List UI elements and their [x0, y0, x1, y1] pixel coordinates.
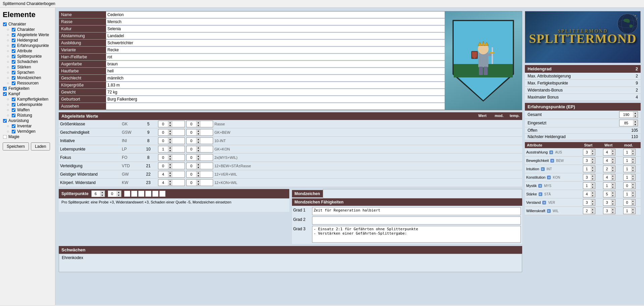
attr-wert-spin[interactable]: ▲▼	[603, 191, 615, 197]
sidebar-item-waffen[interactable]: ○ Waffen	[7, 108, 52, 112]
load-button[interactable]: Laden	[31, 142, 50, 150]
mondzeichen-grad1-input[interactable]: Zeit für Regeneration halbiert	[312, 207, 521, 215]
attr-mod-spin[interactable]: ▲▼	[623, 182, 636, 189]
sidebar-item-ep[interactable]: ○ Erfahrungspunkte	[7, 43, 52, 48]
derived-temp-spin[interactable]: ▲▼	[186, 121, 213, 127]
sidebar-check-heldengrad[interactable]	[12, 38, 16, 42]
derived-temp-spin[interactable]: ▲▼	[186, 179, 213, 186]
splitterpunkte-up[interactable]: ▲	[100, 191, 105, 194]
attr-mod-spin[interactable]: ▲▼	[623, 174, 636, 181]
attr-wert-spin[interactable]: ▲▼	[603, 199, 615, 206]
char-field-value[interactable]	[106, 54, 445, 60]
attr-start-spin[interactable]: ▲▼	[583, 182, 595, 189]
char-field-input[interactable]	[107, 12, 443, 17]
splitterpunkte-used-down[interactable]: ▼	[116, 194, 121, 197]
attr-info-icon[interactable]: ⊞	[539, 192, 542, 196]
sidebar-item-ressourcen[interactable]: ○ Ressourcen	[7, 81, 52, 85]
char-field-input[interactable]	[107, 55, 443, 59]
sidebar-check-charakter-sub[interactable]	[12, 27, 16, 32]
attr-mod-spin[interactable]: ▲▼	[623, 207, 636, 214]
sp-box-4[interactable]	[145, 191, 151, 197]
char-field-input[interactable]	[107, 34, 443, 38]
sidebar-check-charakter[interactable]	[3, 22, 7, 26]
attr-wert-spin[interactable]: ▲▼	[603, 174, 615, 181]
char-field-input[interactable]	[107, 62, 443, 66]
char-field-input[interactable]	[107, 90, 443, 95]
sidebar-item-rustung[interactable]: ○ Rüstung	[7, 113, 52, 118]
attr-wert-spin[interactable]: ▲▼	[603, 149, 615, 156]
attr-start-spin[interactable]: ▲▼	[583, 166, 595, 172]
char-field-value[interactable]	[106, 33, 445, 39]
sidebar-item-charakter-sub[interactable]: ○ Charakter	[7, 27, 52, 32]
sidebar-item-fertigkeiten[interactable]: Fertigkeiten	[3, 86, 52, 91]
sp-box-1[interactable]	[124, 191, 130, 197]
attr-start-spin[interactable]: ▲▼	[583, 157, 595, 164]
char-field-value[interactable]	[106, 75, 445, 81]
sidebar-check-vermogen[interactable]	[12, 129, 16, 133]
char-field-value[interactable]	[106, 19, 445, 25]
splitterpunkte-down[interactable]: ▼	[100, 194, 105, 197]
sidebar-item-mondzeichen[interactable]: ○ Mondzeichen	[7, 75, 52, 80]
mondzeichen-grad2-input[interactable]	[312, 217, 521, 225]
sidebar-item-sprachen[interactable]: ○ Sprachen	[7, 70, 52, 75]
derived-temp-spin[interactable]: ▲▼	[186, 163, 213, 169]
sidebar-check-ausrustung[interactable]	[3, 119, 7, 123]
derived-temp-spin[interactable]: ▲▼	[186, 137, 213, 144]
attr-info-icon[interactable]: ⊞	[541, 167, 545, 171]
sidebar-item-lebenspunkte[interactable]: ○ Lebenspunkte	[7, 102, 52, 107]
attr-start-spin[interactable]: ▲▼	[583, 191, 595, 197]
sidebar-item-attribute[interactable]: ○ Attribute	[7, 49, 52, 53]
sidebar-item-inventar[interactable]: ○ Inventar	[7, 124, 52, 128]
derived-mod-spin[interactable]: ▲▼	[158, 121, 185, 127]
sidebar-item-magie[interactable]: Magie	[3, 134, 52, 139]
char-field-value[interactable]	[106, 26, 445, 32]
attr-start-spin[interactable]: ▲▼	[583, 207, 595, 214]
sidebar-check-abgeleitete[interactable]	[12, 33, 16, 37]
mondzeichen-grad3-input[interactable]: - Einsatz 2:1 für Gefährten ohne Splitte…	[312, 226, 521, 243]
attr-wert-spin[interactable]: ▲▼	[603, 207, 615, 214]
attr-info-icon[interactable]: ⊞	[547, 209, 551, 213]
char-field-value[interactable]	[106, 89, 445, 95]
sidebar-check-attribute[interactable]	[12, 49, 16, 53]
derived-temp-spin[interactable]: ▲▼	[186, 171, 213, 178]
sidebar-item-charakter[interactable]: Charakter	[3, 22, 52, 26]
derived-mod-spin[interactable]: ▲▼	[158, 129, 185, 136]
derived-mod-spin[interactable]: ▲▼	[158, 137, 185, 144]
attr-mod-spin[interactable]: ▲▼	[623, 199, 636, 206]
char-field-value[interactable]	[106, 61, 445, 67]
derived-temp-spin[interactable]: ▲▼	[186, 154, 213, 161]
sp-box-3[interactable]	[138, 191, 144, 197]
char-field-input[interactable]	[107, 48, 443, 52]
attr-info-icon[interactable]: ⊞	[547, 176, 551, 179]
sp-box-5[interactable]	[152, 191, 158, 197]
sidebar-check-splitterpunkte[interactable]	[12, 54, 16, 58]
char-field-input[interactable]	[107, 97, 443, 102]
sidebar-check-mondzeichen[interactable]	[12, 76, 16, 80]
attr-info-icon[interactable]: ⊞	[542, 201, 546, 204]
sidebar-item-starken[interactable]: ○ Stärken	[7, 65, 52, 69]
attr-start-spin[interactable]: ▲▼	[583, 149, 595, 156]
splitterpunkte-used-input[interactable]	[108, 192, 116, 196]
schwachen-value[interactable]: Ehrenkodex	[59, 254, 522, 272]
derived-mod-spin[interactable]: ▲▼	[158, 163, 185, 169]
sidebar-check-ressourcen[interactable]	[12, 81, 16, 85]
sidebar-check-ep[interactable]	[12, 44, 16, 48]
splitterpunkte-used-spin[interactable]: ▲ ▼	[108, 190, 121, 197]
char-field-input[interactable]	[107, 104, 443, 109]
char-field-value[interactable]	[106, 47, 445, 53]
derived-mod-spin[interactable]: ▲▼	[158, 154, 185, 161]
attr-info-icon[interactable]: ⊞	[538, 184, 542, 188]
derived-mod-spin[interactable]: ▲▼	[158, 146, 185, 152]
derived-mod-spin[interactable]: ▲▼	[158, 179, 185, 186]
sidebar-check-waffen[interactable]	[12, 108, 16, 112]
attr-mod-spin[interactable]: ▲▼	[623, 191, 636, 197]
sidebar-check-kampffertigkeiten[interactable]	[12, 97, 16, 101]
char-field-input[interactable]	[107, 83, 443, 87]
derived-temp-spin[interactable]: ▲▼	[186, 129, 213, 136]
char-field-value[interactable]	[106, 12, 445, 18]
sidebar-item-schwachen[interactable]: ○ Schwächen	[7, 59, 52, 64]
derived-temp-spin[interactable]: ▲▼	[186, 146, 213, 152]
char-field-value[interactable]	[106, 40, 445, 46]
attr-mod-spin[interactable]: ▲▼	[623, 166, 636, 172]
char-field-value[interactable]	[106, 82, 445, 88]
